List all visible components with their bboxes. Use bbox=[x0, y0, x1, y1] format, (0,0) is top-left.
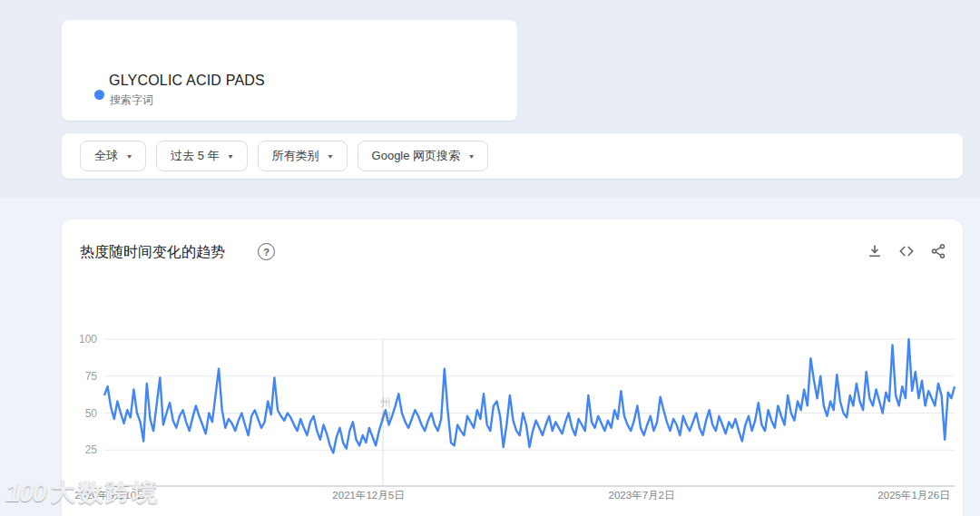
filter-bar: 全球 ▾ 过去 5 年 ▾ 所有类别 ▾ Google 网页搜索 ▾ bbox=[62, 133, 963, 179]
category-dropdown[interactable]: 所有类别 ▾ bbox=[258, 141, 348, 171]
chevron-down-icon: ▾ bbox=[229, 152, 233, 161]
svg-text:50: 50 bbox=[85, 407, 98, 420]
search-term-type-label: 搜索字词 bbox=[110, 92, 153, 108]
time-range-dropdown[interactable]: 过去 5 年 ▾ bbox=[156, 141, 248, 171]
download-icon[interactable] bbox=[867, 243, 883, 259]
chevron-down-icon: ▾ bbox=[127, 152, 132, 161]
share-icon[interactable] bbox=[930, 243, 946, 259]
svg-text:2025年1月26日: 2025年1月26日 bbox=[877, 490, 949, 501]
svg-text:2023年7月2日: 2023年7月2日 bbox=[609, 490, 675, 501]
search-type-dropdown-label: Google 网页搜索 bbox=[372, 148, 461, 164]
svg-text:2021年12月5日: 2021年12月5日 bbox=[332, 490, 404, 501]
category-dropdown-label: 所有类别 bbox=[272, 148, 319, 164]
term-color-dot bbox=[94, 90, 104, 100]
help-icon[interactable]: ? bbox=[258, 243, 275, 260]
svg-text:75: 75 bbox=[85, 370, 98, 383]
site-watermark: 100 大数跨境 bbox=[5, 476, 160, 509]
region-dropdown-label: 全球 bbox=[94, 148, 118, 164]
interest-over-time-card: 热度随时间变化的趋势 ? 1007550252020年5月10日2021年12月… bbox=[62, 219, 963, 516]
svg-text:25: 25 bbox=[85, 443, 98, 456]
region-dropdown[interactable]: 全球 ▾ bbox=[80, 141, 146, 171]
chart-title: 热度随时间变化的趋势 bbox=[80, 243, 225, 262]
search-type-dropdown[interactable]: Google 网页搜索 ▾ bbox=[358, 141, 489, 171]
watermark-text: 大数跨境 bbox=[51, 476, 160, 509]
chart-actions bbox=[867, 243, 946, 259]
interest-over-time-chart[interactable]: 1007550252020年5月10日2021年12月5日2023年7月2日20… bbox=[68, 323, 963, 513]
faint-watermark-fragment: 州相 bbox=[380, 396, 393, 424]
search-term-card[interactable]: GLYCOLIC ACID PADS 搜索字词 bbox=[62, 20, 517, 121]
search-term-title: GLYCOLIC ACID PADS bbox=[109, 73, 265, 89]
chevron-down-icon: ▾ bbox=[469, 152, 474, 161]
watermark-logo-icon: 100 bbox=[5, 477, 45, 508]
google-trends-page: GLYCOLIC ACID PADS 搜索字词 + 比较 全球 ▾ 过去 5 年… bbox=[0, 0, 980, 516]
svg-text:100: 100 bbox=[79, 333, 97, 346]
embed-code-icon[interactable] bbox=[898, 243, 915, 259]
chevron-down-icon: ▾ bbox=[328, 152, 333, 161]
time-range-dropdown-label: 过去 5 年 bbox=[171, 148, 219, 164]
